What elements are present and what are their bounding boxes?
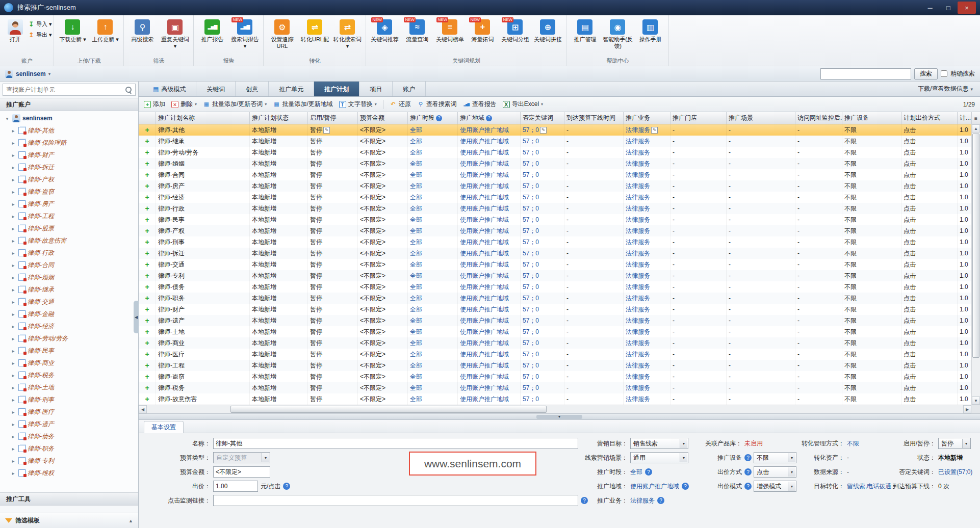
link-text[interactable]: 全部 [410,349,422,360]
sidebar-plan-item[interactable]: ▸律师-债务 [0,430,138,442]
table-row[interactable]: +律师-劳动/劳务本地新增暂停<不限定>全部使用账户推广地域57；0-法律服务-… [139,147,978,158]
keyword-recommend-button[interactable]: NEW◈关键词推荐 [368,17,401,43]
row-add-icon[interactable]: + [139,337,156,349]
expander-icon[interactable]: ▸ [10,165,16,170]
row-add-icon[interactable]: + [139,371,156,382]
device-select[interactable]: 不限▾ [754,452,796,463]
edit-icon[interactable]: ✎ [651,127,658,134]
table-row[interactable]: +律师-遗产本地新增暂停<不限定>全部使用账户推广地域57；0-法律服务---不… [139,315,978,326]
bid-method-select[interactable]: 点击▾ [754,466,796,478]
link-text[interactable]: 57；0 [523,337,539,349]
row-add-icon[interactable]: + [139,326,156,337]
link-text[interactable]: 全部 [410,203,422,214]
sidebar-plan-item[interactable]: ▸律师-股票 [0,222,138,234]
region-cell[interactable]: 使用账户推广地域 [458,259,521,270]
schedule-cell[interactable]: 全部 [408,337,458,349]
mass-keyword-button[interactable]: NEW+海量拓词 [466,17,499,43]
name-field[interactable] [213,438,578,449]
business-cell[interactable]: 法律服务 [624,169,670,180]
schedule-cell[interactable]: 全部 [408,281,458,293]
link-text[interactable]: 全部 [410,371,422,382]
business-cell[interactable]: 法律服务 [624,259,670,270]
link-text[interactable]: 57；0 [523,248,539,259]
column-header-store[interactable]: 推广门店 [670,112,727,124]
region-cell[interactable]: 使用账户推广地域 [458,147,521,158]
table-row[interactable]: +律师-产权本地新增暂停<不限定>全部使用账户推广地域57；0-法律服务---不… [139,225,978,236]
negative-keywords-cell[interactable]: 57；0✎ [521,124,564,136]
region-cell[interactable]: 使用账户推广地域 [458,315,521,326]
sidebar-plan-item[interactable]: ▸律师-产权 [0,173,138,186]
sidebar-plan-item[interactable]: ▸律师-故意伤害 [0,234,138,247]
schedule-cell[interactable]: 全部 [408,326,458,337]
link-text[interactable]: 全部 [410,259,422,270]
expander-icon[interactable]: ▸ [10,152,16,158]
expander-icon[interactable]: ▸ [10,226,16,231]
tab-basic-settings[interactable]: 基本设置 [144,421,184,433]
link-text[interactable]: 法律服务 [626,393,650,405]
tab-关键词[interactable]: 关键词 [196,82,236,96]
negative-keywords-cell[interactable]: 57；0 [521,337,564,349]
link-text[interactable]: 全部 [410,326,422,337]
link-text[interactable]: 57；0 [523,214,539,225]
region-cell[interactable]: 使用账户推广地域 [458,225,521,236]
row-add-icon[interactable]: + [139,158,156,169]
link-text[interactable]: 全部 [410,192,422,203]
table-row[interactable]: +律师-民事本地新增暂停<不限定>全部使用账户推广地域57；0-法律服务---不… [139,214,978,225]
negative-keywords-cell[interactable]: 57；0 [521,393,564,405]
link-text[interactable]: 57；0 [523,203,539,214]
scroll-down-icon[interactable]: ▼ [972,397,980,405]
delete-button[interactable]: ×删除▾ [171,100,197,109]
schedule-cell[interactable]: 全部 [408,214,458,225]
row-add-icon[interactable]: + [139,248,156,259]
scroll-up-icon[interactable]: ▲ [972,124,980,133]
tab-推广单元[interactable]: 推广单元 [269,82,314,96]
maximize-button[interactable]: □ [939,2,958,14]
link-text[interactable]: 使用账户推广地域 [460,315,509,326]
region-cell[interactable]: 使用账户推广地域 [458,304,521,315]
link-text[interactable]: 法律服务 [626,180,650,192]
link-text[interactable]: 法律服务 [626,360,650,371]
link-text[interactable]: 使用账户推广地域 [460,169,509,180]
link-text[interactable]: 法律服务 [626,326,650,337]
sidebar-collapse-grip[interactable]: ◀ [134,301,139,333]
panel-splitter[interactable]: ▼ [139,413,980,419]
sidebar-plan-item[interactable]: ▸律师-民事 [0,345,138,357]
row-add-icon[interactable]: + [139,293,156,304]
business-cell[interactable]: 法律服务 [624,147,670,158]
link-text[interactable]: 57；0 [523,124,539,136]
business-cell[interactable]: 法律服务 [624,393,670,405]
vertical-scroll-thumb[interactable] [972,134,979,358]
expander-icon[interactable]: ▸ [10,201,16,207]
schedule-cell[interactable]: 全部 [408,304,458,315]
column-header-bidmethod[interactable]: 计划出价方式 [901,112,958,124]
negative-keywords-cell[interactable]: 57；0 [521,382,564,393]
schedule-cell[interactable]: 全部 [408,393,458,405]
table-row[interactable]: +律师-财产本地新增暂停<不限定>全部使用账户推广地域57；0-法律服务---不… [139,304,978,315]
link-text[interactable]: 57；0 [523,147,539,158]
link-text[interactable]: 57；0 [523,304,539,315]
sidebar-plan-item[interactable]: ▸律师-其他 [0,124,138,137]
business-cell[interactable]: 法律服务 [624,203,670,214]
negative-keywords-cell[interactable]: 57；0 [521,192,564,203]
link-text[interactable]: 法律服务 [626,136,650,147]
link-text[interactable]: 57；0 [523,315,539,326]
business-cell[interactable]: 法律服务 [624,371,670,382]
expander-icon[interactable]: ▸ [10,385,16,390]
searchword-report-button[interactable]: NEW▂▅▇搜索词报告 ▾ [228,17,261,49]
business-cell[interactable]: 法律服务 [624,304,670,315]
business-link[interactable]: 法律服务 [630,496,655,505]
expander-icon[interactable]: ▸ [10,421,16,427]
table-row[interactable]: +律师-土地本地新增暂停<不限定>全部使用账户推广地域57；0-法律服务---不… [139,326,978,337]
region-cell[interactable]: 使用账户推广地域 [458,180,521,192]
keyword-ranking-button[interactable]: NEW≡关键词榜单 [433,17,466,43]
tab-项目[interactable]: 项目 [359,82,393,96]
table-row[interactable]: +律师-税务本地新增暂停<不限定>全部使用账户推广地域57；0-法律服务---不… [139,382,978,393]
column-header-budget[interactable]: 预算金额 [358,112,408,124]
business-cell[interactable]: 法律服务 [624,270,670,281]
global-search-input[interactable] [820,68,911,80]
link-text[interactable]: 全部 [410,293,422,304]
negative-keywords-cell[interactable]: 57；0 [521,304,564,315]
section-filter-template[interactable]: 筛选模板 ▲ [0,513,138,528]
table-row[interactable]: +律师-经济本地新增暂停<不限定>全部使用账户推广地域57；0-法律服务---不… [139,192,978,203]
negative-keywords-cell[interactable]: 57；0 [521,203,564,214]
